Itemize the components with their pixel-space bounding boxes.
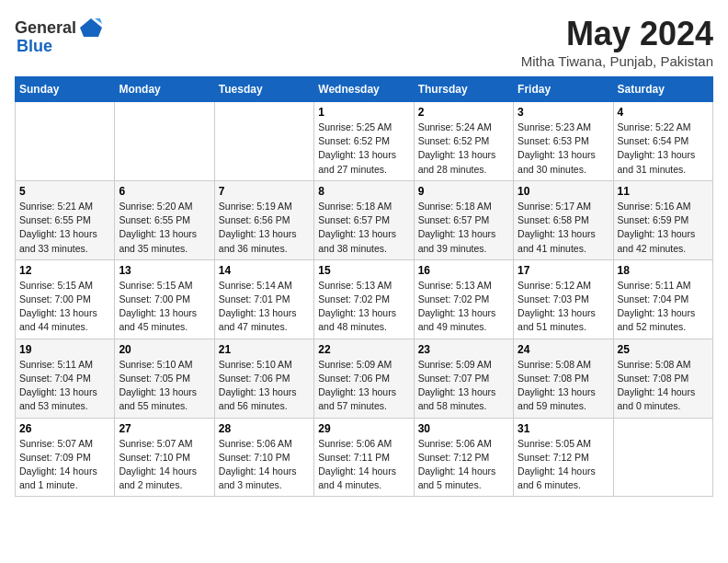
day-number: 23 <box>418 343 509 356</box>
calendar-cell: 17Sunrise: 5:12 AMSunset: 7:03 PMDayligh… <box>514 259 613 339</box>
day-number: 24 <box>518 343 609 356</box>
page-header: General Blue May 2024 Mitha Tiwana, Punj… <box>15 15 713 69</box>
logo-icon <box>78 15 104 40</box>
day-info: Sunrise: 5:08 AMSunset: 7:08 PMDaylight:… <box>618 358 709 414</box>
day-info: Sunrise: 5:11 AMSunset: 7:04 PMDaylight:… <box>19 358 110 414</box>
day-info: Sunrise: 5:05 AMSunset: 7:12 PMDaylight:… <box>518 437 609 493</box>
calendar-cell <box>115 102 214 181</box>
weekday-monday: Monday <box>115 77 214 102</box>
day-number: 26 <box>19 422 110 435</box>
logo-blue-text: Blue <box>17 37 52 56</box>
calendar-cell: 4Sunrise: 5:22 AMSunset: 6:54 PMDaylight… <box>613 102 712 181</box>
calendar-week-2: 5Sunrise: 5:21 AMSunset: 6:55 PMDaylight… <box>16 180 713 259</box>
day-info: Sunrise: 5:11 AMSunset: 7:04 PMDaylight:… <box>618 279 709 335</box>
day-number: 18 <box>618 264 709 277</box>
calendar-cell: 27Sunrise: 5:07 AMSunset: 7:10 PMDayligh… <box>115 418 214 497</box>
day-number: 16 <box>418 264 509 277</box>
calendar-cell: 26Sunrise: 5:07 AMSunset: 7:09 PMDayligh… <box>16 418 115 497</box>
day-number: 9 <box>418 185 509 198</box>
day-number: 21 <box>219 343 310 356</box>
title-block: May 2024 Mitha Tiwana, Punjab, Pakistan <box>521 15 713 69</box>
calendar-cell: 21Sunrise: 5:10 AMSunset: 7:06 PMDayligh… <box>214 339 313 418</box>
calendar-cell: 7Sunrise: 5:19 AMSunset: 6:56 PMDaylight… <box>214 180 313 259</box>
calendar-week-1: 1Sunrise: 5:25 AMSunset: 6:52 PMDaylight… <box>16 102 713 181</box>
weekday-header-row: SundayMondayTuesdayWednesdayThursdayFrid… <box>16 77 713 102</box>
calendar-cell: 12Sunrise: 5:15 AMSunset: 7:00 PMDayligh… <box>16 259 115 339</box>
day-info: Sunrise: 5:18 AMSunset: 6:57 PMDaylight:… <box>418 200 509 256</box>
calendar-cell: 8Sunrise: 5:18 AMSunset: 6:57 PMDaylight… <box>314 180 414 259</box>
day-number: 13 <box>119 264 210 277</box>
calendar-cell: 10Sunrise: 5:17 AMSunset: 6:58 PMDayligh… <box>514 180 613 259</box>
day-info: Sunrise: 5:17 AMSunset: 6:58 PMDaylight:… <box>518 200 609 256</box>
day-info: Sunrise: 5:09 AMSunset: 7:06 PMDaylight:… <box>318 358 409 414</box>
day-info: Sunrise: 5:25 AMSunset: 6:52 PMDaylight:… <box>318 121 409 177</box>
calendar-cell: 3Sunrise: 5:23 AMSunset: 6:53 PMDaylight… <box>514 102 613 181</box>
weekday-sunday: Sunday <box>16 77 115 102</box>
day-number: 3 <box>518 106 609 119</box>
day-number: 15 <box>318 264 409 277</box>
day-info: Sunrise: 5:10 AMSunset: 7:06 PMDaylight:… <box>219 358 310 414</box>
weekday-thursday: Thursday <box>414 77 513 102</box>
calendar-week-4: 19Sunrise: 5:11 AMSunset: 7:04 PMDayligh… <box>16 339 713 418</box>
weekday-wednesday: Wednesday <box>314 77 414 102</box>
day-info: Sunrise: 5:20 AMSunset: 6:55 PMDaylight:… <box>119 200 210 256</box>
day-number: 4 <box>618 106 709 119</box>
calendar-week-3: 12Sunrise: 5:15 AMSunset: 7:00 PMDayligh… <box>16 259 713 339</box>
calendar-week-5: 26Sunrise: 5:07 AMSunset: 7:09 PMDayligh… <box>16 418 713 497</box>
calendar-cell <box>16 102 115 181</box>
day-info: Sunrise: 5:21 AMSunset: 6:55 PMDaylight:… <box>19 200 110 256</box>
day-number: 25 <box>618 343 709 356</box>
calendar-cell <box>214 102 313 181</box>
day-info: Sunrise: 5:07 AMSunset: 7:10 PMDaylight:… <box>119 437 210 493</box>
weekday-tuesday: Tuesday <box>214 77 313 102</box>
day-number: 1 <box>318 106 409 119</box>
calendar-cell: 20Sunrise: 5:10 AMSunset: 7:05 PMDayligh… <box>115 339 214 418</box>
day-info: Sunrise: 5:06 AMSunset: 7:10 PMDaylight:… <box>219 437 310 493</box>
day-info: Sunrise: 5:15 AMSunset: 7:00 PMDaylight:… <box>19 279 110 335</box>
calendar-cell: 11Sunrise: 5:16 AMSunset: 6:59 PMDayligh… <box>613 180 712 259</box>
day-info: Sunrise: 5:06 AMSunset: 7:12 PMDaylight:… <box>418 437 509 493</box>
day-info: Sunrise: 5:08 AMSunset: 7:08 PMDaylight:… <box>518 358 609 414</box>
day-number: 22 <box>318 343 409 356</box>
day-number: 17 <box>518 264 609 277</box>
day-info: Sunrise: 5:18 AMSunset: 6:57 PMDaylight:… <box>318 200 409 256</box>
day-info: Sunrise: 5:24 AMSunset: 6:52 PMDaylight:… <box>418 121 509 177</box>
day-number: 6 <box>119 185 210 198</box>
day-number: 31 <box>518 422 609 435</box>
day-number: 28 <box>219 422 310 435</box>
day-info: Sunrise: 5:13 AMSunset: 7:02 PMDaylight:… <box>318 279 409 335</box>
day-info: Sunrise: 5:23 AMSunset: 6:53 PMDaylight:… <box>518 121 609 177</box>
day-number: 8 <box>318 185 409 198</box>
day-number: 30 <box>418 422 509 435</box>
calendar-cell: 18Sunrise: 5:11 AMSunset: 7:04 PMDayligh… <box>613 259 712 339</box>
day-info: Sunrise: 5:13 AMSunset: 7:02 PMDaylight:… <box>418 279 509 335</box>
calendar-cell: 30Sunrise: 5:06 AMSunset: 7:12 PMDayligh… <box>414 418 513 497</box>
day-info: Sunrise: 5:15 AMSunset: 7:00 PMDaylight:… <box>119 279 210 335</box>
day-number: 14 <box>219 264 310 277</box>
day-number: 12 <box>19 264 110 277</box>
location-title: Mitha Tiwana, Punjab, Pakistan <box>521 53 713 69</box>
calendar-cell: 31Sunrise: 5:05 AMSunset: 7:12 PMDayligh… <box>514 418 613 497</box>
calendar-table: SundayMondayTuesdayWednesdayThursdayFrid… <box>15 76 713 497</box>
calendar-cell: 13Sunrise: 5:15 AMSunset: 7:00 PMDayligh… <box>115 259 214 339</box>
day-info: Sunrise: 5:22 AMSunset: 6:54 PMDaylight:… <box>618 121 709 177</box>
weekday-friday: Friday <box>514 77 613 102</box>
logo: General Blue <box>15 15 104 56</box>
day-number: 27 <box>119 422 210 435</box>
calendar-cell: 19Sunrise: 5:11 AMSunset: 7:04 PMDayligh… <box>16 339 115 418</box>
calendar-cell: 28Sunrise: 5:06 AMSunset: 7:10 PMDayligh… <box>214 418 313 497</box>
day-info: Sunrise: 5:10 AMSunset: 7:05 PMDaylight:… <box>119 358 210 414</box>
day-number: 2 <box>418 106 509 119</box>
day-info: Sunrise: 5:09 AMSunset: 7:07 PMDaylight:… <box>418 358 509 414</box>
day-number: 5 <box>19 185 110 198</box>
day-info: Sunrise: 5:12 AMSunset: 7:03 PMDaylight:… <box>518 279 609 335</box>
calendar-cell: 2Sunrise: 5:24 AMSunset: 6:52 PMDaylight… <box>414 102 513 181</box>
day-info: Sunrise: 5:16 AMSunset: 6:59 PMDaylight:… <box>618 200 709 256</box>
calendar-cell: 25Sunrise: 5:08 AMSunset: 7:08 PMDayligh… <box>613 339 712 418</box>
weekday-saturday: Saturday <box>613 77 712 102</box>
calendar-cell: 1Sunrise: 5:25 AMSunset: 6:52 PMDaylight… <box>314 102 414 181</box>
calendar-cell: 5Sunrise: 5:21 AMSunset: 6:55 PMDaylight… <box>16 180 115 259</box>
day-number: 29 <box>318 422 409 435</box>
calendar-cell <box>613 418 712 497</box>
day-info: Sunrise: 5:14 AMSunset: 7:01 PMDaylight:… <box>219 279 310 335</box>
